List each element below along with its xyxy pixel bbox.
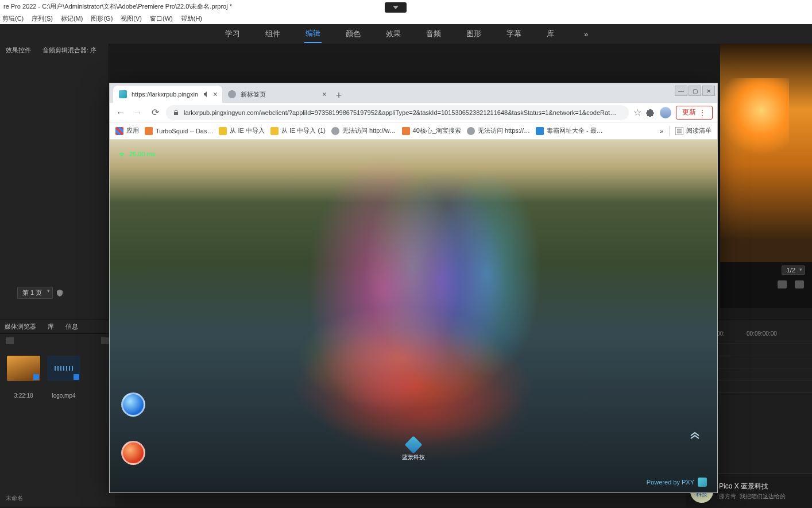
star-icon[interactable]: ☆ bbox=[633, 107, 641, 118]
program-icons bbox=[720, 278, 812, 291]
export-frame-icon[interactable] bbox=[778, 280, 787, 288]
tab-info[interactable]: 信息 bbox=[65, 322, 78, 331]
zoom-row: 1/2 bbox=[720, 262, 812, 278]
clip-thumb[interactable]: logo.mp4 bbox=[47, 356, 80, 399]
tab-color[interactable]: 颜色 bbox=[345, 25, 362, 43]
clip-label: logo.mp4 bbox=[52, 392, 75, 399]
bookmark-item[interactable]: 无法访问 https://… bbox=[467, 126, 530, 135]
bookmark-item[interactable]: 从 IE 中导入 (1) bbox=[270, 126, 326, 135]
close-button[interactable]: ✕ bbox=[702, 86, 715, 96]
watermark-title: Pico X 蓝景科技 bbox=[719, 482, 786, 491]
menubar: 剪辑(C) 序列(S) 标记(M) 图形(G) 视图(V) 窗口(W) 帮助(H… bbox=[0, 13, 812, 24]
clip-thumb[interactable]: 3:22:18 bbox=[7, 356, 40, 399]
latency-indicator: 26.00 ms bbox=[118, 150, 155, 158]
project-thumbs: 3:22:18 logo.mp4 bbox=[0, 348, 115, 402]
wifi-icon bbox=[118, 150, 126, 158]
tab-edit[interactable]: 编辑 bbox=[304, 25, 322, 43]
tab-library[interactable]: 库 bbox=[546, 25, 555, 43]
panel-tab-audio-mixer[interactable]: 音频剪辑混合器: 序 bbox=[42, 46, 96, 55]
browser-tab[interactable]: 新标签页 × bbox=[222, 86, 331, 103]
chevron-up-icon[interactable] bbox=[685, 427, 705, 447]
menu-item[interactable]: 剪辑(C) bbox=[2, 14, 24, 23]
tab-assembly[interactable]: 组件 bbox=[264, 25, 281, 43]
bookmark-item[interactable]: 毒霸网址大全 - 最… bbox=[536, 126, 603, 135]
menu-item[interactable]: 图形(G) bbox=[91, 14, 113, 23]
tab-effects[interactable]: 效果 bbox=[385, 25, 402, 43]
powered-text: Powered by PXY bbox=[647, 479, 694, 486]
source-panel: 效果控件 音频剪辑混合器: 序 第 1 页 bbox=[0, 44, 109, 320]
favicon-icon bbox=[119, 90, 127, 98]
watermark-text: Pico X 蓝景科技 滕方青: 我把咱们这边给的 bbox=[719, 482, 786, 501]
panel-tab-effect-controls[interactable]: 效果控件 bbox=[6, 46, 31, 55]
menu-item[interactable]: 帮助(H) bbox=[181, 14, 202, 23]
timecode-mark: 00:09:00:00 bbox=[747, 330, 777, 337]
menu-item[interactable]: 序列(S) bbox=[32, 14, 53, 23]
tab-graphics[interactable]: 图形 bbox=[465, 25, 482, 43]
tab-close-icon[interactable]: × bbox=[322, 90, 327, 99]
bin-icon[interactable] bbox=[6, 337, 14, 344]
new-tab-button[interactable]: + bbox=[331, 88, 346, 103]
forward-button[interactable]: → bbox=[132, 106, 144, 119]
bookmarks-more-icon[interactable]: » bbox=[660, 128, 663, 134]
tab-media-browser[interactable]: 媒体浏览器 bbox=[5, 322, 36, 331]
red-orb-button[interactable] bbox=[121, 441, 145, 465]
project-footer: 未命名 bbox=[0, 490, 115, 507]
tab-captions[interactable]: 字幕 bbox=[505, 25, 523, 43]
menu-item[interactable]: 标记(M) bbox=[61, 14, 83, 23]
premiere-titlebar: re Pro 2022 - C:\用户\Administrator\文档\Ado… bbox=[0, 0, 812, 13]
blue-orb-button[interactable] bbox=[121, 392, 145, 417]
watermark-sub: 滕方青: 我把咱们这边给的 bbox=[719, 492, 786, 501]
clip-thumbnail bbox=[47, 356, 80, 381]
menu-item[interactable]: 窗口(W) bbox=[150, 14, 173, 23]
source-panel-tabs: 效果控件 音频剪辑混合器: 序 bbox=[0, 44, 109, 57]
center-logo: 蓝景科技 bbox=[402, 438, 425, 461]
latency-value: 26.00 ms bbox=[129, 151, 155, 157]
audio-playing-icon[interactable] bbox=[203, 91, 210, 98]
tabs-more-icon[interactable]: » bbox=[584, 30, 588, 39]
reading-list[interactable]: 阅读清单 bbox=[675, 126, 712, 135]
comparison-icon[interactable] bbox=[795, 280, 804, 288]
zoom-dropdown[interactable]: 1/2 bbox=[782, 265, 805, 275]
chrome-window: https://larkxrpub.pingxin × 新标签页 × + — ▢… bbox=[109, 83, 718, 493]
tab-learn[interactable]: 学习 bbox=[224, 25, 241, 43]
bookmark-item[interactable]: 无法访问 http://w… bbox=[331, 126, 396, 135]
title-text: re Pro 2022 - C:\用户\Administrator\文档\Ado… bbox=[3, 2, 232, 11]
tab-close-icon[interactable]: × bbox=[213, 90, 218, 99]
clip-label: 3:22:18 bbox=[14, 392, 33, 399]
apps-shortcut[interactable]: 应用 bbox=[115, 126, 139, 135]
reload-button[interactable]: ⟳ bbox=[149, 106, 161, 119]
tab-title: https://larkxrpub.pingxin bbox=[132, 91, 198, 98]
pxy-icon bbox=[698, 478, 707, 487]
bookmark-item[interactable]: 从 IE 中导入 bbox=[219, 126, 265, 135]
bookmark-item[interactable]: 40核心_淘宝搜索 bbox=[402, 126, 461, 135]
bookmark-item[interactable]: TurboSquid -- Das… bbox=[145, 127, 213, 135]
project-panel: 媒体浏览器 库 信息 3:22:18 logo.mp4 未命名 bbox=[0, 320, 115, 507]
back-button[interactable]: ← bbox=[114, 106, 127, 119]
window-controls: — ▢ ✕ bbox=[675, 86, 715, 96]
powered-by: Powered by PXY bbox=[647, 478, 707, 487]
tab-audio[interactable]: 音频 bbox=[425, 25, 442, 43]
titlebar-dropdown[interactable] bbox=[385, 2, 407, 13]
maximize-button[interactable]: ▢ bbox=[689, 86, 701, 96]
folder-icon[interactable] bbox=[101, 337, 109, 344]
lock-icon bbox=[173, 109, 179, 116]
page-dropdown[interactable]: 第 1 页 bbox=[17, 287, 53, 299]
logo-text: 蓝景科技 bbox=[402, 454, 425, 460]
timecode-mark: 00: bbox=[717, 330, 725, 337]
project-tabs: 媒体浏览器 库 信息 bbox=[0, 320, 115, 334]
avatar-icon[interactable] bbox=[660, 107, 671, 118]
logo-icon bbox=[404, 436, 422, 453]
page-content[interactable]: 26.00 ms 蓝景科技 Powered by PXY bbox=[110, 140, 717, 492]
browser-tab[interactable]: https://larkxrpub.pingxin × bbox=[113, 86, 222, 103]
minimize-button[interactable]: — bbox=[675, 86, 687, 96]
update-button[interactable]: 更新 ⋮ bbox=[676, 106, 713, 120]
program-preview[interactable] bbox=[720, 44, 812, 262]
menu-item[interactable]: 视图(V) bbox=[121, 14, 142, 23]
page-select: 第 1 页 bbox=[17, 287, 109, 299]
url-text: larkxrpub.pingxingyun.com/webclient/?app… bbox=[184, 109, 616, 116]
project-name: 未命名 bbox=[6, 494, 23, 502]
address-bar[interactable]: larkxrpub.pingxingyun.com/webclient/?app… bbox=[166, 105, 629, 120]
extensions-icon[interactable] bbox=[646, 108, 655, 117]
workspace-tabs: 学习 组件 编辑 颜色 效果 音频 图形 字幕 库 » bbox=[0, 24, 812, 44]
tab-lib[interactable]: 库 bbox=[48, 322, 54, 331]
